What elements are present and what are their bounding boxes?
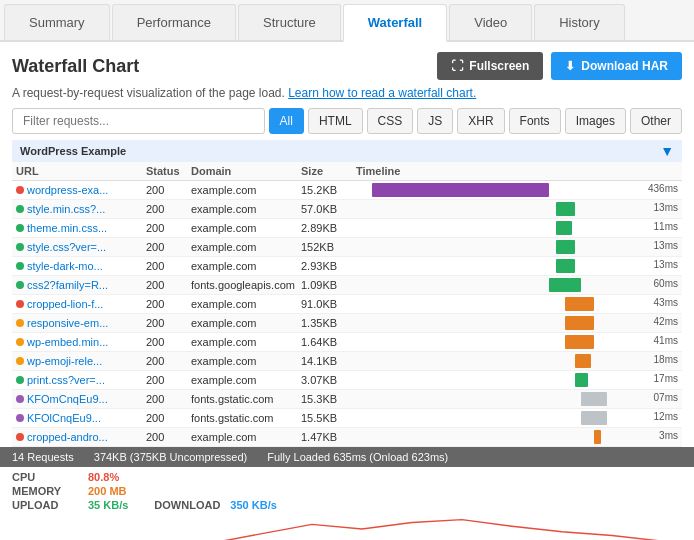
file-size: 1.64KB [301, 336, 356, 348]
request-bar [575, 354, 591, 368]
domain: fonts.gstatic.com [191, 412, 301, 424]
url-cell: style.css?ver=... [16, 241, 146, 253]
file-size: 1.47KB [301, 431, 356, 443]
tab-performance[interactable]: Performance [112, 4, 236, 40]
domain: example.com [191, 355, 301, 367]
request-url: style.min.css?... [27, 203, 105, 215]
filter-css[interactable]: CSS [367, 108, 414, 134]
request-url: wp-emoji-rele... [27, 355, 102, 367]
request-bar [581, 411, 607, 425]
file-size: 15.3KB [301, 393, 356, 405]
request-time: 11ms [654, 221, 678, 232]
table-row[interactable]: theme.min.css...200example.com2.89KB11ms [12, 219, 682, 238]
status-code: 200 [146, 241, 191, 253]
request-time: 07ms [654, 392, 678, 403]
filter-xhr[interactable]: XHR [457, 108, 504, 134]
requests-table: WordPress Example ▼ URL Status Domain Si… [0, 140, 694, 447]
domain: example.com [191, 317, 301, 329]
request-time: 60ms [654, 278, 678, 289]
status-code: 200 [146, 203, 191, 215]
timeline-bar-container: 42ms [356, 316, 678, 330]
file-size: 1.35KB [301, 317, 356, 329]
file-size: 152KB [301, 241, 356, 253]
filter-images[interactable]: Images [565, 108, 626, 134]
request-bar [556, 259, 575, 273]
file-size: 91.0KB [301, 298, 356, 310]
filter-other[interactable]: Other [630, 108, 682, 134]
request-time: 436ms [648, 183, 678, 194]
tab-bar: Summary Performance Structure Waterfall … [0, 0, 694, 42]
download-har-button[interactable]: ⬇ Download HAR [551, 52, 682, 80]
table-row[interactable]: cropped-andro...200example.com1.47KB3ms [12, 428, 682, 447]
timeline-bar-container: 18ms [356, 354, 678, 368]
resource-type-dot [16, 376, 24, 384]
table-row[interactable]: responsive-em...200example.com1.35KB42ms [12, 314, 682, 333]
domain: example.com [191, 184, 301, 196]
memory-row: MEMORY 200 MB [12, 485, 682, 497]
request-time: 13ms [654, 240, 678, 251]
table-row[interactable]: css2?family=R...200fonts.googleapis.com1… [12, 276, 682, 295]
file-size: 3.07KB [301, 374, 356, 386]
filter-js[interactable]: JS [417, 108, 453, 134]
status-code: 200 [146, 298, 191, 310]
file-size: 1.09KB [301, 279, 356, 291]
url-cell: wp-emoji-rele... [16, 355, 146, 367]
tab-history[interactable]: History [534, 4, 624, 40]
table-row[interactable]: wp-emoji-rele...200example.com14.1KB18ms [12, 352, 682, 371]
request-url: theme.min.css... [27, 222, 107, 234]
collapse-arrow[interactable]: ▼ [660, 143, 674, 159]
summary-bar: 14 Requests 374KB (375KB Uncompressed) F… [0, 447, 694, 467]
filter-all[interactable]: All [269, 108, 304, 134]
file-size: 57.0KB [301, 203, 356, 215]
filter-bar: All HTML CSS JS XHR Fonts Images Other [0, 108, 694, 140]
timeline-bar-container: 07ms [356, 392, 678, 406]
timeline-bar-container: 13ms [356, 202, 678, 216]
filter-fonts[interactable]: Fonts [509, 108, 561, 134]
total-size: 374KB (375KB Uncompressed) [94, 451, 247, 463]
url-cell: style.min.css?... [16, 203, 146, 215]
timeline-bar-container: 13ms [356, 259, 678, 273]
resource-type-dot [16, 243, 24, 251]
request-bar [565, 335, 594, 349]
table-row[interactable]: wordpress-exa...200example.com15.2KB436m… [12, 181, 682, 200]
status-code: 200 [146, 336, 191, 348]
filter-html[interactable]: HTML [308, 108, 363, 134]
file-size: 15.5KB [301, 412, 356, 424]
request-time: 12ms [654, 411, 678, 422]
learn-more-link[interactable]: Learn how to read a waterfall chart. [288, 86, 476, 100]
domain: fonts.googleapis.com [191, 279, 301, 291]
tab-waterfall[interactable]: Waterfall [343, 4, 447, 42]
request-time: 41ms [654, 335, 678, 346]
page-header: Waterfall Chart ⛶ Fullscreen ⬇ Download … [0, 42, 694, 86]
request-url: wp-embed.min... [27, 336, 108, 348]
table-row[interactable]: KFOlCnqEu9...200fonts.gstatic.com15.5KB1… [12, 409, 682, 428]
section-header: WordPress Example ▼ [12, 140, 682, 162]
request-time: 13ms [654, 202, 678, 213]
table-row[interactable]: style-dark-mo...200example.com2.93KB13ms [12, 257, 682, 276]
table-row[interactable]: wp-embed.min...200example.com1.64KB41ms [12, 333, 682, 352]
table-row[interactable]: style.min.css?...200example.com57.0KB13m… [12, 200, 682, 219]
tab-video[interactable]: Video [449, 4, 532, 40]
url-cell: wp-embed.min... [16, 336, 146, 348]
table-row[interactable]: KFOmCnqEu9...200fonts.gstatic.com15.3KB0… [12, 390, 682, 409]
table-row[interactable]: print.css?ver=...200example.com3.07KB17m… [12, 371, 682, 390]
url-cell: KFOmCnqEu9... [16, 393, 146, 405]
resource-type-dot [16, 300, 24, 308]
url-cell: responsive-em... [16, 317, 146, 329]
timeline-bar-container: 41ms [356, 335, 678, 349]
table-row[interactable]: cropped-lion-f...200example.com91.0KB43m… [12, 295, 682, 314]
search-input[interactable] [12, 108, 265, 134]
page-title: Waterfall Chart [12, 56, 139, 77]
url-cell: cropped-andro... [16, 431, 146, 443]
tab-structure[interactable]: Structure [238, 4, 341, 40]
fullscreen-button[interactable]: ⛶ Fullscreen [437, 52, 543, 80]
performance-chart [0, 513, 694, 540]
file-size: 14.1KB [301, 355, 356, 367]
request-time: 17ms [654, 373, 678, 384]
tab-summary[interactable]: Summary [4, 4, 110, 40]
domain: example.com [191, 374, 301, 386]
performance-metrics: CPU 80.8% MEMORY 200 MB UPLOAD 35 KB/s D… [0, 467, 694, 513]
download-icon: ⬇ [565, 59, 575, 73]
request-bar [556, 221, 572, 235]
table-row[interactable]: style.css?ver=...200example.com152KB13ms [12, 238, 682, 257]
